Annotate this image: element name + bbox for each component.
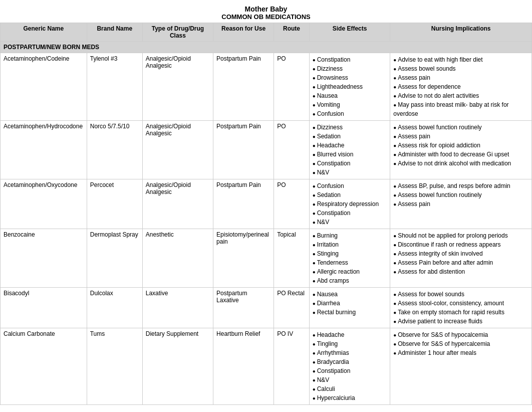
- cell-route: PO: [274, 121, 310, 179]
- cell-route: Topical: [274, 229, 310, 288]
- cell-route: PO: [274, 179, 310, 229]
- page-header: Mother Baby COMMON OB MEDICATIONS: [0, 0, 532, 23]
- cell-brand: Norco 5/7.5/10: [87, 121, 142, 179]
- nursing-item: Take on empty stomach for rapid results: [393, 308, 528, 317]
- table-header-row: Generic Name Brand Name Type of Drug/Dru…: [1, 23, 532, 42]
- cell-type: Analgesic/Opioid Analgesic: [142, 179, 213, 229]
- side-effect-item: Calculi: [313, 384, 387, 393]
- table-row: BisacodylDulcolaxLaxativePostpartum Laxa…: [1, 288, 532, 328]
- table-row: Acetaminophen/HydrocodoneNorco 5/7.5/10A…: [1, 121, 532, 179]
- page-title: Mother Baby: [0, 5, 532, 13]
- side-effect-item: Arrhythmias: [313, 348, 387, 357]
- side-effect-item: Constipation: [313, 366, 387, 375]
- nursing-item: Advise to not do alert activities: [393, 91, 528, 100]
- nursing-item: May pass into breast milk- baby at risk …: [393, 100, 528, 118]
- cell-reason: Postpartum Pain: [213, 121, 274, 179]
- cell-type: Analgesic/Opioid Analgesic: [142, 121, 213, 179]
- side-effect-item: Burning: [313, 231, 387, 240]
- side-effect-item: Allergic reaction: [313, 267, 387, 276]
- nursing-item: Assess bowel function routinely: [393, 190, 528, 199]
- cell-nursing-implications: Assess bowel function routinelyAssess pa…: [390, 121, 532, 179]
- nursing-item: Advise patient to increase fluids: [393, 317, 528, 326]
- cell-brand: Dermoplast Spray: [87, 229, 142, 288]
- side-effect-item: Confusion: [313, 109, 387, 118]
- side-effect-item: Dizziness: [313, 123, 387, 132]
- cell-generic: Calcium Carbonate: [1, 328, 87, 405]
- cell-nursing-implications: Should not be applied for prolong period…: [390, 229, 532, 288]
- side-effect-item: Hypercalciuria: [313, 393, 387, 402]
- side-effect-item: Nausea: [313, 290, 387, 299]
- nursing-item: Assess for bowel sounds: [393, 290, 528, 299]
- side-effect-item: Rectal burning: [313, 308, 387, 317]
- side-effect-item: Blurred vision: [313, 150, 387, 159]
- cell-generic: Benzocaine: [1, 229, 87, 288]
- nursing-item: Observe for S&S of hypocalcemia: [393, 330, 528, 339]
- nursing-item: Assess for abd distention: [393, 267, 528, 276]
- cell-side-effects: ConstipationDizzinessDrowsinessLighthead…: [309, 53, 390, 121]
- cell-generic: Acetaminophen/Oxycodone: [1, 179, 87, 229]
- nursing-item: Assess bowel sounds: [393, 64, 528, 73]
- side-effect-item: Constipation: [313, 55, 387, 64]
- cell-brand: Tums: [87, 328, 142, 405]
- nursing-item: Assess pain: [393, 132, 528, 141]
- subheader-cell: POSTPARTUM/NEW BORN MEDS: [1, 42, 532, 53]
- col-header-generic: Generic Name: [1, 23, 87, 42]
- cell-nursing-implications: Advise to eat with high fiber dietAssess…: [390, 53, 532, 121]
- col-header-route: Route: [274, 23, 310, 42]
- side-effect-item: Lightheadedness: [313, 82, 387, 91]
- nursing-item: Assess pain: [393, 73, 528, 82]
- side-effect-item: Drowsiness: [313, 73, 387, 82]
- cell-generic: Acetaminophen/Hydrocodone: [1, 121, 87, 179]
- table-row: Calcium CarbonateTumsDietary SupplementH…: [1, 328, 532, 405]
- cell-side-effects: ConfusionSedationRespiratory depressionC…: [309, 179, 390, 229]
- side-effect-item: Diarrhea: [313, 299, 387, 308]
- table-row: Acetaminophen/CodeineTylenol #3Analgesic…: [1, 53, 532, 121]
- side-effect-item: Tenderness: [313, 258, 387, 267]
- side-effect-item: Stinging: [313, 249, 387, 258]
- col-header-nursing: Nursing Implications: [390, 23, 532, 42]
- cell-side-effects: HeadacheTinglingArrhythmiasBradycardiaCo…: [309, 328, 390, 405]
- side-effect-item: Dizziness: [313, 64, 387, 73]
- cell-type: Dietary Supplement: [142, 328, 213, 405]
- cell-brand: Tylenol #3: [87, 53, 142, 121]
- nursing-item: Assess integrity of skin involved: [393, 249, 528, 258]
- cell-nursing-implications: Observe for S&S of hypocalcemiaObserve f…: [390, 328, 532, 405]
- side-effect-item: N&V: [313, 218, 387, 227]
- cell-route: PO IV: [274, 328, 310, 405]
- side-effect-item: Sedation: [313, 190, 387, 199]
- medications-table: Generic Name Brand Name Type of Drug/Dru…: [0, 23, 532, 405]
- cell-reason: Heartburn Relief: [213, 328, 274, 405]
- nursing-item: Assess bowel function routinely: [393, 123, 528, 132]
- side-effect-item: Constipation: [313, 159, 387, 168]
- table-row: BenzocaineDermoplast SprayAnestheticEpis…: [1, 229, 532, 288]
- cell-reason: Episiotomy/perineal pain: [213, 229, 274, 288]
- nursing-item: Observe for S&S of hypercalcemia: [393, 339, 528, 348]
- side-effect-item: Respiratory depression: [313, 199, 387, 209]
- side-effect-item: Tingling: [313, 339, 387, 348]
- side-effect-item: Nausea: [313, 91, 387, 100]
- cell-brand: Percocet: [87, 179, 142, 229]
- side-effect-item: Abd cramps: [313, 276, 387, 285]
- cell-side-effects: DizzinessSedationHeadacheBlurred visionC…: [309, 121, 390, 179]
- subheader-row: POSTPARTUM/NEW BORN MEDS: [1, 42, 532, 53]
- cell-generic: Bisacodyl: [1, 288, 87, 328]
- nursing-item: Should not be applied for prolong period…: [393, 231, 528, 240]
- nursing-item: Assess Pain before and after admin: [393, 258, 528, 267]
- table-body: POSTPARTUM/NEW BORN MEDS Acetaminophen/C…: [1, 42, 532, 405]
- side-effect-item: Headache: [313, 330, 387, 339]
- cell-type: Anesthetic: [142, 229, 213, 288]
- nursing-item: Discontinue if rash or redness appears: [393, 240, 528, 249]
- nursing-item: Assess risk for opioid addiction: [393, 141, 528, 150]
- cell-generic: Acetaminophen/Codeine: [1, 53, 87, 121]
- cell-type: Analgesic/Opioid Analgesic: [142, 53, 213, 121]
- side-effect-item: Headache: [313, 141, 387, 150]
- col-header-reason: Reason for Use: [213, 23, 274, 42]
- side-effect-item: N&V: [313, 375, 387, 384]
- col-header-brand: Brand Name: [87, 23, 142, 42]
- cell-brand: Dulcolax: [87, 288, 142, 328]
- table-row: Acetaminophen/OxycodonePercocetAnalgesic…: [1, 179, 532, 229]
- cell-side-effects: BurningIrritationStingingTendernessAller…: [309, 229, 390, 288]
- side-effect-item: Irritation: [313, 240, 387, 249]
- nursing-item: Assess BP, pulse, and resps before admin: [393, 181, 528, 190]
- side-effect-item: Bradycardia: [313, 357, 387, 366]
